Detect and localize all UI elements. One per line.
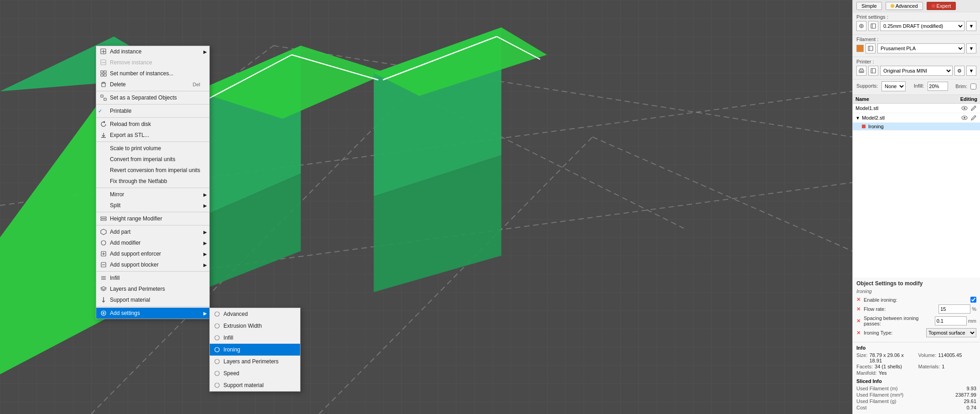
sep5 bbox=[96, 188, 209, 188]
settings-title: Object Settings to modify bbox=[856, 280, 976, 287]
filament-arrow[interactable]: ▼ bbox=[966, 43, 976, 53]
submenu-layers-icon bbox=[213, 358, 221, 365]
sep3 bbox=[96, 117, 209, 118]
add-instance-label: Add instance bbox=[110, 48, 141, 55]
info-manifold-row: Manifold: Yes bbox=[856, 370, 976, 376]
submenu-item-layers-perimeters[interactable]: Layers and Perimeters bbox=[210, 356, 300, 367]
submenu-item-speed[interactable]: Speed bbox=[210, 367, 300, 379]
model1-eye-icon[interactable] bbox=[961, 105, 968, 112]
menu-item-printable[interactable]: Printable bbox=[96, 105, 209, 116]
menu-item-add-modifier[interactable]: Add modifier ▶ bbox=[96, 237, 209, 248]
infill-input[interactable] bbox=[928, 82, 948, 91]
supports-select[interactable]: None bbox=[881, 81, 906, 91]
menu-item-reload[interactable]: Reload from disk bbox=[96, 119, 209, 130]
menu-item-mirror[interactable]: Mirror ▶ bbox=[96, 189, 209, 200]
menu-item-fix-netfabb[interactable]: Fix through the Netfabb bbox=[96, 176, 209, 187]
flow-rate-x[interactable]: ✕ bbox=[856, 306, 862, 312]
submenu-item-infill[interactable]: Infill bbox=[210, 332, 300, 344]
spacing-input[interactable] bbox=[935, 316, 967, 325]
add-modifier-arrow: ▶ bbox=[203, 241, 207, 246]
submenu-extrusion-label: Extrusion Width bbox=[223, 323, 262, 329]
menu-item-convert-imperial[interactable]: Convert from imperial units bbox=[96, 154, 209, 165]
ironing-type-select[interactable]: Topmost surface bbox=[926, 328, 976, 337]
spacing-label: Spacing between ironing passes: bbox=[864, 315, 935, 326]
obj-header-editing: Editing bbox=[950, 96, 977, 102]
menu-item-add-support-enforcer[interactable]: Add support enforcer ▶ bbox=[96, 248, 209, 259]
mode-expert-btn[interactable]: Expert bbox=[927, 2, 956, 10]
print-profile-select[interactable]: 0.25mm DRAFT (modified) bbox=[880, 21, 964, 31]
printer-icon1[interactable] bbox=[856, 66, 866, 76]
filament-row: Prusament PLA ▼ bbox=[856, 43, 976, 53]
printable-label: Printable bbox=[110, 108, 131, 114]
menu-item-set-number[interactable]: Set number of instances... bbox=[96, 68, 209, 79]
printer-arrow[interactable]: ▼ bbox=[966, 66, 976, 76]
menu-item-set-separated[interactable]: Set as a Separated Objects bbox=[96, 92, 209, 103]
object-subrow-ironing[interactable]: Ironing bbox=[853, 123, 980, 131]
svg-line-7 bbox=[592, 137, 852, 251]
filament-color bbox=[856, 45, 864, 52]
object-row-model2[interactable]: ▼ Model2.stl bbox=[853, 113, 980, 123]
set-number-icon bbox=[100, 70, 107, 77]
add-part-label: Add part bbox=[110, 229, 130, 235]
model2-expand-icon[interactable]: ▼ bbox=[856, 115, 860, 121]
ironing-type-x[interactable]: ✕ bbox=[856, 330, 862, 336]
add-instance-arrow: ▶ bbox=[203, 49, 207, 54]
scale-icon bbox=[100, 145, 107, 152]
info-size-value: 78.79 x 29.06 x 18.91 bbox=[869, 352, 914, 363]
menu-item-scale-print[interactable]: Scale to print volume bbox=[96, 143, 209, 154]
printer-select[interactable]: Original Prusa MINI bbox=[880, 66, 953, 76]
mode-advanced-btn[interactable]: Advanced bbox=[886, 2, 923, 10]
model1-icons bbox=[961, 105, 977, 112]
svg-rect-26 bbox=[104, 71, 106, 73]
filament-select[interactable]: Prusament PLA bbox=[877, 43, 964, 53]
sliced-value-1: 23877.99 bbox=[955, 392, 976, 398]
enable-ironing-checkbox[interactable] bbox=[970, 297, 976, 303]
spacing-unit: mm bbox=[968, 318, 976, 324]
split-arrow: ▶ bbox=[203, 203, 207, 208]
infill-icon bbox=[100, 274, 107, 282]
object-row-model1[interactable]: Model1.stl bbox=[853, 104, 980, 113]
settings-subtitle: Ironing bbox=[856, 288, 976, 294]
menu-item-split[interactable]: Split ▶ bbox=[96, 200, 209, 211]
spacing-x[interactable]: ✕ bbox=[856, 318, 862, 324]
model2-eye-icon[interactable] bbox=[961, 114, 968, 121]
menu-item-add-support-blocker[interactable]: Add support blocker ▶ bbox=[96, 259, 209, 270]
flow-rate-input[interactable] bbox=[939, 304, 970, 314]
add-settings-arrow: ▶ bbox=[203, 311, 207, 316]
info-title: Info bbox=[856, 345, 976, 351]
submenu-item-advanced[interactable]: Advanced bbox=[210, 308, 300, 320]
printer-settings-btn[interactable]: ⚙ bbox=[954, 66, 964, 76]
sliced-value-3: 0.74 bbox=[967, 405, 976, 410]
menu-item-layers-perimeters[interactable]: Layers and Perimeters bbox=[96, 283, 209, 294]
menu-item-height-modifier[interactable]: Height range Modifier bbox=[96, 213, 209, 224]
mirror-label: Mirror bbox=[110, 191, 124, 198]
enable-ironing-x[interactable]: ✕ bbox=[856, 297, 862, 303]
menu-item-export[interactable]: Export as STL... bbox=[96, 130, 209, 141]
menu-item-add-settings[interactable]: Add settings ▶ Advanced Extrusion Width bbox=[96, 308, 209, 319]
print-profile-icon1[interactable] bbox=[856, 21, 866, 31]
export-icon bbox=[100, 131, 107, 139]
print-profile-icon2[interactable] bbox=[868, 21, 878, 31]
brim-checkbox[interactable] bbox=[970, 84, 976, 89]
menu-item-support-material[interactable]: Support material bbox=[96, 294, 209, 305]
printable-icon bbox=[100, 107, 107, 115]
mirror-icon bbox=[100, 191, 107, 198]
menu-item-infill[interactable]: Infill bbox=[96, 273, 209, 283]
height-modifier-icon bbox=[100, 215, 107, 222]
ironing-type-label: Ironing Type: bbox=[864, 330, 926, 335]
model1-edit-icon[interactable] bbox=[970, 105, 977, 112]
menu-item-add-part[interactable]: Add part ▶ bbox=[96, 226, 209, 237]
svg-rect-28 bbox=[104, 74, 106, 76]
menu-item-delete[interactable]: Delete Del bbox=[96, 79, 209, 90]
mode-simple-btn[interactable]: Simple bbox=[856, 2, 882, 10]
submenu-item-support-material[interactable]: Support material bbox=[210, 379, 300, 391]
filament-icon[interactable] bbox=[866, 43, 876, 53]
submenu-item-extrusion-width[interactable]: Extrusion Width bbox=[210, 320, 300, 332]
printer-icon2[interactable] bbox=[868, 66, 878, 76]
print-profile-arrow[interactable]: ▼ bbox=[966, 21, 976, 31]
menu-item-revert-imperial[interactable]: Revert conversion from imperial units bbox=[96, 165, 209, 176]
submenu-item-ironing[interactable]: Ironing bbox=[210, 344, 300, 356]
menu-item-remove-instance[interactable]: Remove instance bbox=[96, 57, 209, 68]
model2-edit-icon[interactable] bbox=[970, 114, 977, 121]
menu-item-add-instance[interactable]: Add instance ▶ bbox=[96, 46, 209, 57]
